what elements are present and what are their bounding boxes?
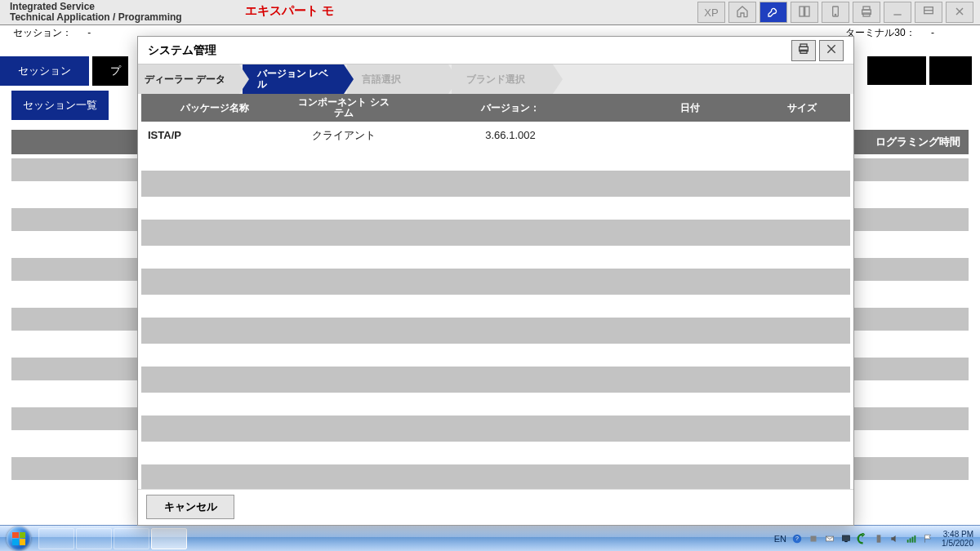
print-icon: [860, 5, 873, 20]
bg-black-2: [929, 56, 972, 85]
dialog-print-button[interactable]: [791, 40, 816, 61]
wrench-button[interactable]: [760, 2, 787, 23]
dialog-titlebar: システム管理: [138, 37, 853, 64]
svg-rect-29: [907, 540, 909, 543]
svg-point-3: [835, 14, 835, 15]
tab-language[interactable]: 言語選択: [347, 64, 448, 94]
start-button[interactable]: [0, 526, 38, 552]
wrench-icon: [767, 5, 780, 20]
tab-version-level[interactable]: バージョン レベル: [243, 64, 344, 94]
header-toolbar: XP: [637, 0, 980, 24]
col-component: コンポーネント システム: [288, 94, 399, 122]
shield-icon[interactable]: [808, 533, 819, 544]
device-button[interactable]: [822, 2, 849, 23]
help-tray-icon[interactable]: ?: [791, 533, 803, 544]
cell-package: ISTA/P: [141, 122, 288, 148]
bg-tabs: セッション プ: [0, 56, 131, 86]
terminal-label: ターミナル30： -: [832, 25, 980, 40]
col-version: バージョン：: [399, 94, 621, 122]
settings-button[interactable]: [915, 2, 942, 23]
flag-icon[interactable]: [922, 533, 933, 544]
close-button[interactable]: [946, 2, 973, 23]
taskbar-app-ie[interactable]: [38, 528, 74, 549]
system-tray[interactable]: EN ?: [774, 533, 935, 544]
main-area: セッション プ セッション一覧 ログラミング時間 システム管理 ディーラー デー…: [0, 40, 980, 509]
volume-icon[interactable]: [889, 533, 901, 544]
clock-date: 1/5/2020: [942, 539, 973, 548]
refresh-icon[interactable]: [857, 533, 868, 544]
taskbar-app-media[interactable]: [114, 528, 149, 549]
tab-dealer-data[interactable]: ディーラー データ: [138, 64, 239, 94]
svg-rect-31: [912, 536, 914, 542]
table-row-empty: [141, 318, 850, 344]
print-icon: [797, 42, 810, 58]
network-icon[interactable]: [906, 533, 917, 544]
windows-taskbar: EN ? 3:48 PM 1/5/2020: [0, 525, 980, 551]
dialog-footer: キャンセル: [138, 489, 853, 525]
table-row-empty: [141, 269, 850, 295]
bg-black-1: [867, 56, 926, 85]
svg-rect-32: [915, 535, 916, 542]
taskbar-app-active[interactable]: [151, 528, 187, 549]
cell-version: 3.66.1.002: [399, 122, 621, 148]
cell-size: [759, 122, 845, 148]
taskbar-app-explorer[interactable]: [76, 528, 112, 549]
settings-icon: [922, 5, 935, 20]
version-table-body: ISTA/P クライアント 3.66.1.002: [141, 122, 850, 489]
clock-time: 3:48 PM: [942, 530, 973, 539]
bg-col-progtime: ログラミング時間: [862, 130, 969, 154]
close-icon: [953, 5, 966, 20]
device-icon: [829, 5, 842, 20]
tab-partial[interactable]: プ: [92, 56, 128, 86]
table-row-empty: [141, 171, 850, 197]
svg-rect-26: [842, 535, 849, 540]
app-header: Integrated Service Technical Application…: [0, 0, 980, 25]
mail-icon[interactable]: [824, 533, 835, 544]
app-title: Integrated Service Technical Application…: [0, 0, 245, 24]
dialog-close-button[interactable]: [819, 40, 844, 61]
help-icon: [798, 5, 811, 20]
help-button[interactable]: [791, 2, 818, 23]
sub-session-list[interactable]: セッション一覧: [11, 91, 109, 120]
home-button[interactable]: [728, 2, 756, 23]
system-admin-dialog: システム管理 ディーラー データ バージョン レベル 言語選択 ブランド選択 パ…: [137, 36, 854, 526]
home-icon: [736, 5, 749, 20]
svg-rect-24: [811, 535, 817, 541]
cell-component: クライアント: [288, 122, 399, 148]
cell-date: [621, 122, 759, 148]
dialog-tabs: ディーラー データ バージョン レベル 言語選択 ブランド選択: [138, 64, 853, 94]
svg-rect-13: [800, 50, 807, 53]
expert-mode-label: エキスパート モ: [245, 0, 637, 24]
dialog-body: パッケージ名称 コンポーネント システム バージョン： 日付 サイズ ISTA/…: [138, 94, 853, 489]
minimize-button[interactable]: [884, 2, 911, 23]
svg-rect-0: [800, 7, 804, 16]
minimize-icon: [891, 5, 904, 20]
xp-button[interactable]: XP: [697, 2, 725, 23]
monitor-icon[interactable]: [840, 533, 852, 544]
svg-rect-28: [877, 535, 881, 542]
session-label: セッション： -: [0, 25, 104, 40]
close-icon: [825, 42, 838, 58]
print-button[interactable]: [853, 2, 880, 23]
table-row-empty: [141, 367, 850, 393]
col-date: 日付: [621, 94, 759, 122]
dialog-title: システム管理: [148, 43, 216, 58]
table-row-empty: [141, 415, 850, 442]
svg-text:?: ?: [795, 535, 799, 541]
svg-rect-30: [910, 538, 911, 542]
col-package: パッケージ名称: [141, 94, 288, 122]
table-row-empty: [141, 464, 850, 489]
version-table-head: パッケージ名称 コンポーネント システム バージョン： 日付 サイズ: [141, 94, 850, 122]
tab-brand[interactable]: ブランド選択: [452, 64, 553, 94]
tray-lang[interactable]: EN: [774, 534, 786, 544]
taskbar-clock[interactable]: 3:48 PM 1/5/2020: [935, 530, 980, 548]
windows-logo-icon: [7, 527, 31, 551]
table-row-empty: [141, 220, 850, 246]
app-title-line2: Technical Application / Programming: [10, 12, 235, 23]
cancel-button[interactable]: キャンセル: [146, 495, 234, 519]
svg-rect-1: [805, 7, 809, 16]
tab-session[interactable]: セッション: [0, 56, 89, 86]
col-size: サイズ: [759, 94, 845, 122]
table-row[interactable]: ISTA/P クライアント 3.66.1.002: [141, 122, 850, 148]
usb-icon[interactable]: [873, 533, 884, 544]
